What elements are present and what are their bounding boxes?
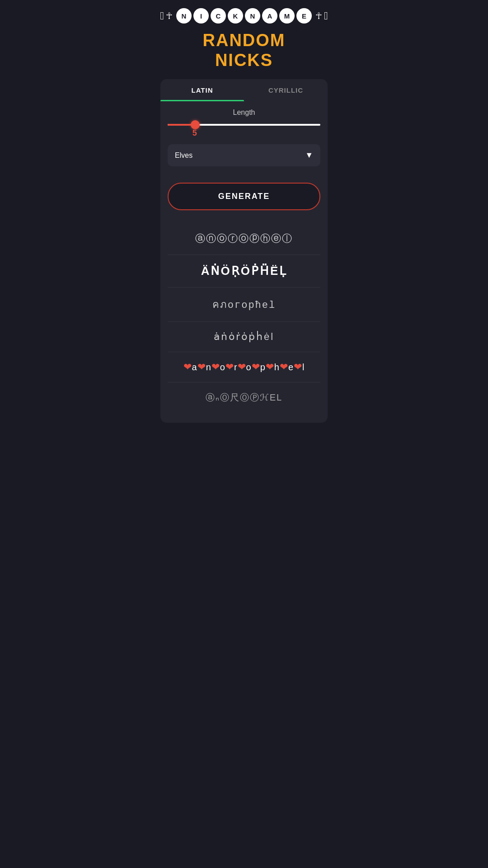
nick-decorated-text: ÄṄÖṚÖṖḦËḶ <box>168 264 320 278</box>
left-scepter-icon: ☥ <box>166 10 173 21</box>
left-ornament-icon: 𓂀 <box>160 9 164 22</box>
heart-icon-9: ❤ <box>294 361 302 373</box>
divider-1 <box>168 255 320 255</box>
settings-panel: Length 5 Elves ▼ <box>160 101 328 175</box>
result-circled: ⓐⓝⓞⓡⓞⓟⓗⓔⓛ <box>168 226 320 251</box>
generate-section: GENERATE <box>160 175 328 217</box>
nick-circled-text: ⓐⓝⓞⓡⓞⓟⓗⓔⓛ <box>168 232 320 245</box>
letter-c: C <box>211 8 226 24</box>
result-angular: คภогорħel <box>168 291 320 318</box>
letter-e: E <box>296 8 312 24</box>
app-header: 𓂀 ☥ N I C K N A M E ☥ 𓂀 <box>156 0 332 26</box>
nick-hearts-text: ❤a❤n❤o❤r❤o❤p❤h❤e❤l <box>168 361 320 373</box>
letter-i: I <box>193 8 209 24</box>
divider-4 <box>168 352 320 352</box>
tab-latin[interactable]: LATIN <box>160 79 244 101</box>
slider-value: 5 <box>192 128 320 138</box>
heart-icon-7: ❤ <box>266 361 274 373</box>
heart-icon-3: ❤ <box>211 361 220 373</box>
category-dropdown[interactable]: Elves ▼ <box>168 144 320 166</box>
letter-m: M <box>279 8 295 24</box>
divider-2 <box>168 287 320 288</box>
left-decoration: 𓂀 ☥ <box>160 9 173 22</box>
chevron-down-icon: ▼ <box>305 151 313 160</box>
result-diacritics: ȧṅȯṙȯṗḣėl <box>168 326 320 348</box>
letter-n2: N <box>245 8 260 24</box>
tab-cyrillic[interactable]: CYRILLIC <box>244 79 328 101</box>
nick-angular-text: คภогорħel <box>168 297 320 312</box>
heart-icon-4: ❤ <box>225 361 234 373</box>
length-label: Length <box>168 108 320 117</box>
results-panel: ⓐⓝⓞⓡⓞⓟⓗⓔⓛ ÄṄÖṚÖṖḦËḶ คภогорħel ȧṅȯṙȯṗḣėl … <box>160 217 328 423</box>
title-section: RANDOM NICKS <box>156 26 332 79</box>
divider-3 <box>168 321 320 322</box>
heart-icon-6: ❤ <box>252 361 260 373</box>
dropdown-selected-label: Elves <box>175 151 192 160</box>
result-hearts: ❤a❤n❤o❤r❤o❤p❤h❤e❤l <box>168 356 320 378</box>
length-slider[interactable]: 5 <box>168 124 320 138</box>
letter-k: K <box>228 8 243 24</box>
heart-icon-2: ❤ <box>197 361 206 373</box>
slider-track <box>168 124 320 126</box>
heart-icon-8: ❤ <box>280 361 288 373</box>
nickname-logo: N I C K N A M E <box>176 8 312 24</box>
tab-bar: LATIN CYRILLIC <box>160 79 328 101</box>
result-fancy: ⓐₙⓄ尺ⓄⓅℋEL <box>168 386 320 409</box>
divider-5 <box>168 382 320 382</box>
heart-icon-5: ❤ <box>238 361 246 373</box>
right-ornament-icon: 𓂀 <box>324 9 328 22</box>
nick-fancy-text: ⓐₙⓄ尺ⓄⓅℋEL <box>168 392 320 404</box>
letter-n: N <box>176 8 192 24</box>
result-decorated: ÄṄÖṚÖṖḦËḶ <box>168 259 320 283</box>
heart-icon-1: ❤ <box>183 361 192 373</box>
page-title: RANDOM NICKS <box>156 31 332 70</box>
right-decoration: ☥ 𓂀 <box>315 9 328 22</box>
letter-a: A <box>262 8 277 24</box>
generate-button[interactable]: GENERATE <box>168 183 320 210</box>
slider-thumb[interactable] <box>191 120 200 129</box>
nick-diacritics-text: ȧṅȯṙȯṗḣėl <box>168 331 320 343</box>
right-scepter-icon: ☥ <box>315 10 322 21</box>
tabs-container: LATIN CYRILLIC <box>160 79 328 101</box>
